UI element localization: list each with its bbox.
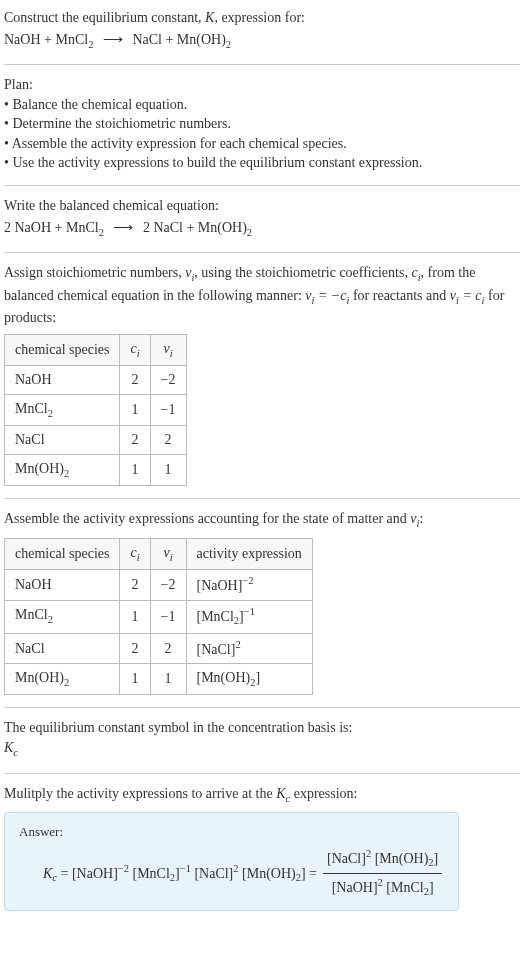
cell-c: 2 <box>120 633 150 663</box>
sub-2: 2 <box>226 38 231 49</box>
sub-c: c <box>13 747 18 758</box>
t: ] = <box>301 865 317 880</box>
table-row: MnCl2 1 −1 [MnCl2]−1 <box>5 600 313 633</box>
cell-species: NaOH <box>5 366 120 395</box>
t: [NaCl] <box>327 851 366 866</box>
table-row: Mn(OH)2 1 1 [Mn(OH)2] <box>5 663 313 694</box>
col-expr: activity expression <box>186 538 312 569</box>
table-row: MnCl2 1 −1 <box>5 394 187 425</box>
divider <box>4 64 520 65</box>
table-row: NaCl 2 2 <box>5 426 187 455</box>
prompt-K: K <box>205 10 214 25</box>
unbalanced-equation: NaOH + MnCl2 ⟶ NaCl + Mn(OH)2 <box>4 30 520 52</box>
cell-species: NaCl <box>5 633 120 663</box>
divider <box>4 707 520 708</box>
sub: 2 <box>48 614 53 625</box>
cell-nu: −1 <box>150 600 186 633</box>
divider <box>4 773 520 774</box>
kc-symbol: Kc <box>4 738 520 760</box>
cell-expr: [Mn(OH)2] <box>186 663 312 694</box>
t: expression: <box>290 786 357 801</box>
col-nui: νi <box>150 538 186 569</box>
cell-nu: 1 <box>150 454 186 485</box>
cell-expr: [NaOH]−2 <box>186 570 312 600</box>
t: [NaOH] <box>197 578 243 593</box>
kc-symbol-section: The equilibrium constant symbol in the c… <box>4 718 520 760</box>
exp: −1 <box>180 863 191 874</box>
balanced-section: Write the balanced chemical equation: 2 … <box>4 196 520 240</box>
t: [Mn(OH) <box>239 865 296 880</box>
t: [MnCl <box>197 608 234 623</box>
table-row: Mn(OH)2 1 1 <box>5 454 187 485</box>
t: Mn(OH) <box>15 461 64 476</box>
col-ci: ci <box>120 334 150 365</box>
col-ci: ci <box>120 538 150 569</box>
arrow-icon: ⟶ <box>103 32 123 47</box>
table-header-row: chemical species ci νi <box>5 334 187 365</box>
cell-nu: 2 <box>150 426 186 455</box>
prompt-section: Construct the equilibrium constant, K, e… <box>4 8 520 52</box>
plan-item: • Balance the chemical equation. <box>4 95 520 115</box>
cell-nu: −1 <box>150 394 186 425</box>
balanced-equation: 2 NaOH + MnCl2 ⟶ 2 NaCl + Mn(OH)2 <box>4 218 520 240</box>
cell-species: NaOH <box>5 570 120 600</box>
activity-section: Assemble the activity expressions accoun… <box>4 509 520 695</box>
sub-i: i <box>170 347 173 358</box>
t: for reactants and <box>349 288 449 303</box>
assign-text: Assign stoichiometric numbers, νi, using… <box>4 263 520 328</box>
kc-lhs: Kc = [NaOH]−2 [MnCl2]−1 [NaCl]2 [Mn(OH)2… <box>43 862 317 886</box>
plan-item: • Use the activity expressions to build … <box>4 153 520 173</box>
divider <box>4 185 520 186</box>
kc-text: The equilibrium constant symbol in the c… <box>4 718 520 738</box>
sub: 2 <box>64 677 69 688</box>
answer-box: Answer: Kc = [NaOH]−2 [MnCl2]−1 [NaCl]2 … <box>4 812 459 911</box>
t: ] <box>429 880 434 895</box>
cell-species: Mn(OH)2 <box>5 454 120 485</box>
t: Mulitply the activity expressions to arr… <box>4 786 276 801</box>
t: Assign stoichiometric numbers, <box>4 265 185 280</box>
cell-c: 2 <box>120 366 150 395</box>
t: MnCl <box>15 401 48 416</box>
table-row: NaOH 2 −2 <box>5 366 187 395</box>
cell-species: MnCl2 <box>5 394 120 425</box>
sub-2: 2 <box>88 38 93 49</box>
table-row: NaCl 2 2 [NaCl]2 <box>5 633 313 663</box>
plan-item: • Assemble the activity expression for e… <box>4 134 520 154</box>
sub-2: 2 <box>247 226 252 237</box>
t: [MnCl <box>383 880 424 895</box>
sub: 2 <box>48 408 53 419</box>
prompt-text-b: , expression for: <box>214 10 305 25</box>
exp: −2 <box>242 575 253 586</box>
col-nui: νi <box>150 334 186 365</box>
fraction-numerator: [NaCl]2 [Mn(OH)2] <box>323 847 442 874</box>
balanced-title: Write the balanced chemical equation: <box>4 196 520 216</box>
plan-section: Plan: • Balance the chemical equation. •… <box>4 75 520 173</box>
assign-section: Assign stoichiometric numbers, νi, using… <box>4 263 520 486</box>
t: [Mn(OH) <box>371 851 428 866</box>
plan-title: Plan: <box>4 75 520 95</box>
table-row: NaOH 2 −2 [NaOH]−2 <box>5 570 313 600</box>
answer-expression: Kc = [NaOH]−2 [MnCl2]−1 [NaCl]2 [Mn(OH)2… <box>19 847 444 900</box>
divider <box>4 498 520 499</box>
balanced-rhs: 2 NaCl + Mn(OH) <box>143 220 247 235</box>
cell-species: NaCl <box>5 426 120 455</box>
fraction-denominator: [NaOH]2 [MnCl2] <box>328 874 438 900</box>
cell-species: MnCl2 <box>5 600 120 633</box>
sub-i: i <box>170 552 173 563</box>
prompt-line: Construct the equilibrium constant, K, e… <box>4 8 520 28</box>
arrow-icon: ⟶ <box>113 220 133 235</box>
cell-c: 1 <box>120 663 150 694</box>
sub-2: 2 <box>99 226 104 237</box>
t: ] <box>434 851 439 866</box>
sub-i: i <box>137 552 140 563</box>
activity-title: Assemble the activity expressions accoun… <box>4 509 520 531</box>
t: [NaOH] <box>332 880 378 895</box>
col-species: chemical species <box>5 334 120 365</box>
reaction-lhs: NaOH + MnCl <box>4 32 88 47</box>
reaction-rhs: NaCl + Mn(OH) <box>132 32 225 47</box>
t: [NaOH] <box>72 865 118 880</box>
exp: −1 <box>244 606 255 617</box>
fraction: [NaCl]2 [Mn(OH)2] [NaOH]2 [MnCl2] <box>323 847 442 900</box>
t: [MnCl <box>129 865 170 880</box>
cell-c: 1 <box>120 454 150 485</box>
